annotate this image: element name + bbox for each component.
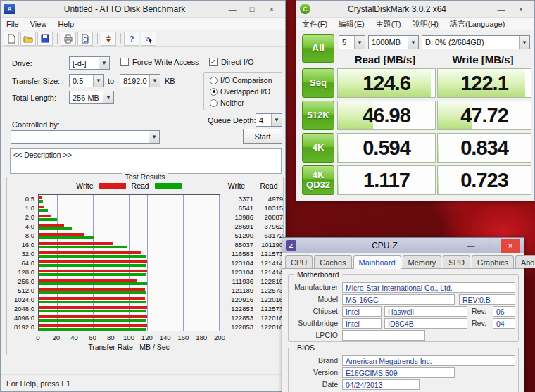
neither-radio[interactable]: Neither: [210, 99, 244, 107]
minimize-icon[interactable]: —: [222, 2, 242, 16]
x-tick-label: 0: [36, 334, 39, 341]
chart-plot-area: [38, 194, 220, 331]
controlled-by-select[interactable]: ▼: [11, 130, 160, 144]
close-icon[interactable]: ×: [511, 2, 531, 16]
read-value: 122016: [255, 295, 283, 304]
x-tick-label: 180: [196, 334, 207, 341]
read-bar: [39, 328, 146, 331]
date-field: 04/24/2013: [342, 379, 420, 390]
chevron-down-icon: ▼: [271, 114, 282, 126]
save-icon[interactable]: [37, 32, 53, 46]
tab-cpu[interactable]: CPU: [285, 255, 313, 268]
new-file-icon[interactable]: [4, 32, 19, 46]
open-folder-icon[interactable]: [20, 32, 36, 46]
write-value: 28691: [218, 222, 253, 231]
help-icon[interactable]: ?: [124, 32, 139, 46]
menu-language[interactable]: 語言(Language): [444, 18, 510, 30]
x-tick-label: 200: [214, 334, 225, 341]
transfer-from-select[interactable]: 0.5▼: [69, 74, 104, 87]
print-preview-icon[interactable]: [77, 32, 93, 46]
write-value: 121189: [218, 286, 253, 295]
force-write-access-checkbox[interactable]: Force Write Access: [120, 58, 199, 66]
version-field: E16GCIMS.509: [342, 367, 455, 378]
queue-depth-select[interactable]: 4▼: [256, 113, 282, 127]
minimize-icon[interactable]: —: [461, 239, 481, 253]
transfer-to-select[interactable]: 8192.0▼: [120, 74, 160, 87]
write-value: 111936: [218, 277, 253, 286]
chart-row: [39, 314, 219, 323]
read-score: 0.594: [338, 137, 435, 160]
cdm-app-icon: C: [300, 4, 310, 14]
tab-caches[interactable]: Caches: [314, 255, 351, 268]
y-tick-label: 4096.0: [7, 313, 37, 322]
cdm-all-button[interactable]: All: [302, 34, 334, 63]
drive-select[interactable]: D: 0% (2/684GB)▼: [422, 35, 530, 49]
overlapped-io-radio[interactable]: Overlapped I/O: [210, 87, 270, 96]
context-help-icon[interactable]: ?: [141, 32, 156, 46]
write-bar: [39, 270, 147, 272]
tab-memory[interactable]: Memory: [403, 255, 442, 268]
menu-file[interactable]: 文件(F): [296, 18, 333, 30]
cdm-test-button[interactable]: 4K: [302, 133, 334, 163]
chart-row: [39, 232, 219, 241]
chipset-vendor-field: Intel: [342, 306, 382, 317]
menu-help[interactable]: Help: [52, 19, 80, 29]
read-value: 121414: [255, 267, 283, 277]
read-value: 121573: [255, 249, 283, 258]
write-score: 0.723: [438, 169, 531, 192]
tab-graphics[interactable]: Graphics: [472, 255, 514, 268]
cpuz-app-icon: Z: [286, 240, 296, 251]
read-bar: [39, 209, 48, 212]
start-button[interactable]: Start: [243, 129, 282, 144]
menu-theme[interactable]: 主題(T): [370, 18, 407, 30]
maximize-icon[interactable]: □: [481, 239, 501, 253]
menu-help[interactable]: 說明(H): [407, 18, 444, 30]
chart-row: [39, 305, 219, 314]
description-box[interactable]: << Description >>: [10, 148, 282, 174]
menu-file[interactable]: File: [1, 19, 25, 29]
io-comparison-radio[interactable]: I/O Comparison: [210, 76, 272, 84]
maximize-icon[interactable]: □: [242, 2, 262, 16]
test-results-title: Test Results: [122, 172, 168, 181]
cdm-test-button[interactable]: Seq: [302, 68, 334, 98]
test-size-select[interactable]: 1000MB▼: [368, 35, 419, 49]
write-bar: [39, 279, 137, 282]
cdm-read-cell: 0.594: [337, 133, 436, 163]
chart-x-ticks: 020406080100120140160180200: [38, 334, 220, 341]
write-value: 120916: [218, 295, 253, 304]
menu-edit[interactable]: 編輯(E): [333, 18, 370, 30]
cpuz-titlebar[interactable]: Z CPU-Z — □ ×: [282, 238, 524, 253]
direct-io-checkbox[interactable]: ✓ Direct I/O: [209, 58, 253, 66]
close-icon[interactable]: ×: [501, 239, 520, 253]
write-value: 123104: [218, 258, 253, 267]
x-tick-label: 20: [53, 334, 61, 341]
tab-spd[interactable]: SPD: [443, 255, 470, 268]
tab-mainboard[interactable]: Mainboard: [353, 255, 401, 269]
chevron-down-icon: ▼: [99, 57, 109, 69]
atto-title: Untitled - ATTO Disk Benchmark: [29, 4, 220, 14]
close-icon[interactable]: ×: [262, 2, 282, 16]
cdm-test-row: 4K QD32 1.117 0.723: [302, 165, 534, 195]
cdm-titlebar[interactable]: C CrystalDiskMark 3.0.2 x64 — ×: [296, 1, 534, 18]
read-bar: [39, 291, 146, 294]
read-bar: [39, 319, 146, 322]
desktop: A Untitled - ATTO Disk Benchmark — □ × F…: [0, 0, 535, 392]
read-swatch-icon: [155, 183, 182, 189]
x-tick-label: 120: [141, 334, 153, 341]
atto-titlebar[interactable]: A Untitled - ATTO Disk Benchmark — □ ×: [1, 1, 285, 18]
drive-select[interactable]: [-d-]▼: [69, 56, 110, 70]
write-value: 123104: [218, 267, 253, 277]
sort-arrows-icon[interactable]: [101, 32, 116, 46]
y-tick-label: 8.0: [7, 231, 37, 240]
y-tick-label: 1.0: [7, 203, 37, 213]
tab-about[interactable]: About: [515, 255, 535, 268]
toolbar-separator: [97, 33, 98, 44]
cdm-test-button[interactable]: 4K QD32: [302, 165, 334, 195]
menu-view[interactable]: View: [25, 19, 53, 29]
cdm-test-button[interactable]: 512K: [302, 101, 334, 130]
print-icon[interactable]: [61, 32, 76, 46]
chart-row: [39, 241, 219, 250]
run-count-select[interactable]: 5▼: [339, 35, 365, 49]
minimize-icon[interactable]: —: [491, 2, 511, 16]
total-length-select[interactable]: 256 MB▼: [69, 91, 114, 104]
